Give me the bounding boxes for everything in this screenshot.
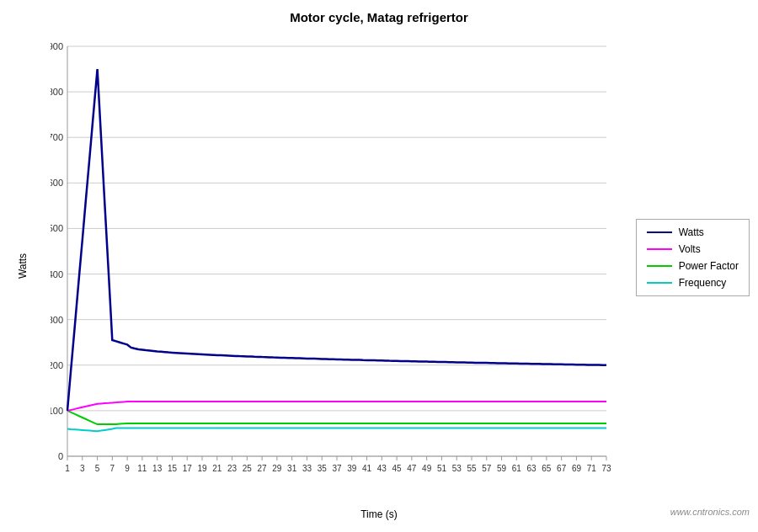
- legend-item: Frequency: [647, 277, 739, 289]
- x-axis-label: Time (s): [360, 508, 398, 520]
- svg-text:53: 53: [452, 464, 462, 473]
- svg-text:43: 43: [377, 464, 387, 473]
- svg-text:37: 37: [332, 464, 342, 473]
- svg-text:13: 13: [152, 464, 163, 473]
- svg-text:11: 11: [137, 464, 147, 473]
- svg-text:67: 67: [557, 464, 567, 473]
- y-axis-label: Watts: [17, 253, 29, 279]
- chart-container: Motor cycle, Matag refrigertor Watts Tim…: [0, 0, 758, 532]
- main-chart: 0100200300400500600700800900135791113151…: [51, 29, 623, 481]
- svg-text:29: 29: [272, 464, 282, 473]
- svg-text:0: 0: [58, 451, 63, 461]
- svg-text:300: 300: [51, 315, 63, 325]
- legend-item: Power Factor: [647, 260, 739, 272]
- svg-text:15: 15: [168, 464, 178, 473]
- svg-text:51: 51: [437, 464, 447, 473]
- svg-text:200: 200: [51, 360, 63, 370]
- svg-text:7: 7: [110, 464, 115, 473]
- svg-text:17: 17: [183, 464, 193, 473]
- svg-text:57: 57: [482, 464, 492, 473]
- svg-text:39: 39: [347, 464, 357, 473]
- svg-text:23: 23: [227, 464, 238, 473]
- svg-text:700: 700: [51, 132, 63, 142]
- svg-text:55: 55: [467, 464, 477, 473]
- legend: WattsVoltsPower FactorFrequency: [636, 219, 750, 296]
- svg-text:73: 73: [601, 464, 611, 473]
- svg-text:500: 500: [51, 223, 63, 233]
- svg-text:3: 3: [80, 464, 85, 473]
- svg-text:69: 69: [572, 464, 582, 473]
- legend-item: Volts: [647, 243, 739, 255]
- svg-text:25: 25: [243, 464, 253, 473]
- watermark: www.cntronics.com: [670, 507, 750, 517]
- svg-text:27: 27: [258, 464, 268, 473]
- svg-text:65: 65: [542, 464, 552, 473]
- svg-text:5: 5: [95, 464, 100, 473]
- svg-text:31: 31: [287, 464, 297, 473]
- svg-text:33: 33: [302, 464, 312, 473]
- svg-text:47: 47: [407, 464, 417, 473]
- svg-text:19: 19: [197, 464, 207, 473]
- svg-text:400: 400: [51, 269, 63, 279]
- svg-text:35: 35: [318, 464, 328, 473]
- svg-text:41: 41: [362, 464, 372, 473]
- svg-text:63: 63: [527, 464, 537, 473]
- svg-text:100: 100: [51, 406, 63, 416]
- svg-text:9: 9: [125, 464, 130, 473]
- svg-text:45: 45: [392, 464, 403, 473]
- svg-text:1: 1: [65, 464, 70, 473]
- svg-text:600: 600: [51, 178, 63, 188]
- svg-text:800: 800: [51, 87, 63, 97]
- legend-item: Watts: [647, 226, 739, 238]
- svg-text:71: 71: [587, 464, 597, 473]
- chart-title: Motor cycle, Matag refrigertor: [0, 0, 758, 24]
- svg-text:900: 900: [51, 41, 63, 51]
- svg-text:61: 61: [512, 464, 522, 473]
- svg-text:59: 59: [497, 464, 507, 473]
- svg-text:49: 49: [422, 464, 432, 473]
- svg-text:21: 21: [212, 464, 222, 473]
